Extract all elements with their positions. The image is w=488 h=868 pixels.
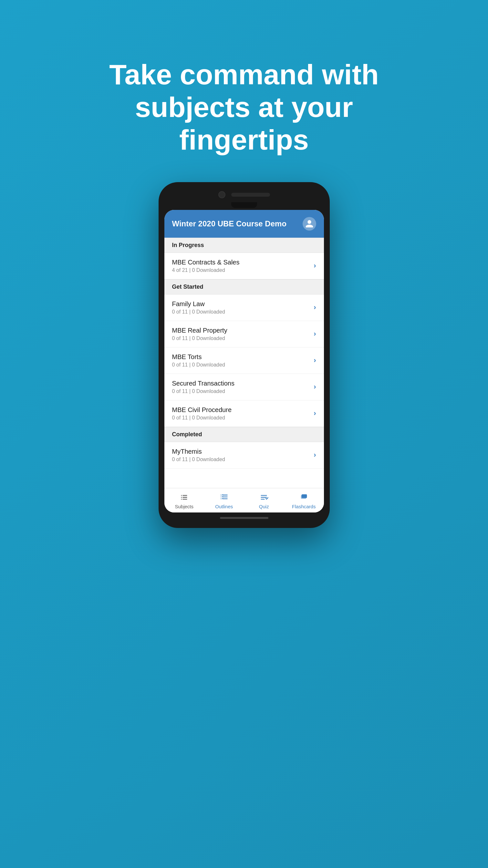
list-item-mbe-torts[interactable]: MBE Torts 0 of 11 | 0 Downloaded ›	[164, 347, 324, 374]
nav-quiz-label: Quiz	[259, 504, 269, 509]
item-sub-secured-transactions: 0 of 11 | 0 Downloaded	[172, 389, 235, 394]
svg-rect-2	[222, 498, 223, 499]
user-avatar-icon[interactable]	[303, 217, 316, 230]
notch	[231, 202, 257, 208]
item-name-family-law: Family Law	[172, 300, 225, 308]
svg-rect-4	[302, 494, 307, 498]
item-name-secured-transactions: Secured Transactions	[172, 380, 235, 387]
item-name-mbe-contracts: MBE Contracts & Sales	[172, 259, 240, 266]
nav-subjects[interactable]: Subjects	[164, 493, 205, 509]
person-icon	[305, 219, 314, 228]
nav-subjects-label: Subjects	[175, 504, 193, 509]
chevron-icon-secured-transactions: ›	[314, 383, 316, 391]
list-item-mbe-civil-procedure[interactable]: MBE Civil Procedure 0 of 11 | 0 Download…	[164, 400, 324, 427]
item-sub-family-law: 0 of 11 | 0 Downloaded	[172, 309, 225, 315]
nav-outlines[interactable]: Outlines	[204, 493, 244, 509]
item-sub-mythemis: 0 of 11 | 0 Downloaded	[172, 457, 225, 462]
content-spacer	[164, 469, 324, 488]
subjects-icon	[180, 493, 189, 502]
phone-device: Winter 2020 UBE Course Demo In Progress …	[159, 182, 330, 528]
nav-flashcards-label: Flashcards	[292, 504, 315, 509]
chevron-icon-family-law: ›	[314, 303, 316, 312]
chevron-icon-mbe-torts: ›	[314, 356, 316, 365]
chevron-icon-mbe-civil-procedure: ›	[314, 409, 316, 417]
flashcards-icon	[299, 493, 308, 502]
item-name-mbe-real-property: MBE Real Property	[172, 327, 227, 334]
item-name-mbe-civil-procedure: MBE Civil Procedure	[172, 406, 232, 414]
outlines-icon	[220, 493, 228, 502]
item-sub-mbe-torts: 0 of 11 | 0 Downloaded	[172, 362, 225, 368]
headline-text: Take command with subjects at your finge…	[39, 58, 449, 156]
section-completed: Completed	[164, 427, 324, 442]
nav-quiz[interactable]: Quiz	[244, 493, 284, 509]
phone-notch	[164, 202, 324, 208]
svg-rect-1	[222, 496, 223, 497]
chevron-icon-mbe-real-property: ›	[314, 330, 316, 338]
list-item-mbe-real-property[interactable]: MBE Real Property 0 of 11 | 0 Downloaded…	[164, 321, 324, 347]
item-name-mbe-torts: MBE Torts	[172, 353, 225, 361]
section-in-progress: In Progress	[164, 238, 324, 253]
phone-top-bar	[164, 191, 324, 198]
home-indicator	[220, 517, 268, 519]
svg-rect-0	[222, 494, 223, 495]
list-item-mythemis[interactable]: MyThemis 0 of 11 | 0 Downloaded ›	[164, 442, 324, 469]
camera-dot	[218, 191, 225, 198]
item-sub-mbe-civil-procedure: 0 of 11 | 0 Downloaded	[172, 415, 232, 421]
nav-outlines-label: Outlines	[215, 504, 233, 509]
list-item-family-law[interactable]: Family Law 0 of 11 | 0 Downloaded ›	[164, 294, 324, 321]
item-name-mythemis: MyThemis	[172, 448, 225, 455]
nav-flashcards[interactable]: Flashcards	[284, 493, 324, 509]
item-sub-mbe-contracts: 4 of 21 | 0 Downloaded	[172, 268, 240, 273]
app-header: Winter 2020 UBE Course Demo	[164, 210, 324, 238]
speaker-bar	[231, 193, 270, 197]
list-item-mbe-contracts[interactable]: MBE Contracts & Sales 4 of 21 | 0 Downlo…	[164, 253, 324, 279]
chevron-icon-mbe-contracts: ›	[314, 261, 316, 270]
bottom-nav: Subjects Outlines Quiz	[164, 488, 324, 513]
chevron-icon-mythemis: ›	[314, 451, 316, 459]
phone-bottom-bar	[164, 517, 324, 519]
quiz-icon	[260, 493, 268, 502]
section-get-started: Get Started	[164, 279, 324, 294]
phone-screen: Winter 2020 UBE Course Demo In Progress …	[164, 210, 324, 513]
item-sub-mbe-real-property: 0 of 11 | 0 Downloaded	[172, 336, 227, 341]
app-header-title: Winter 2020 UBE Course Demo	[172, 219, 287, 228]
list-item-secured-transactions[interactable]: Secured Transactions 0 of 11 | 0 Downloa…	[164, 374, 324, 400]
headline: Take command with subjects at your finge…	[0, 29, 488, 156]
